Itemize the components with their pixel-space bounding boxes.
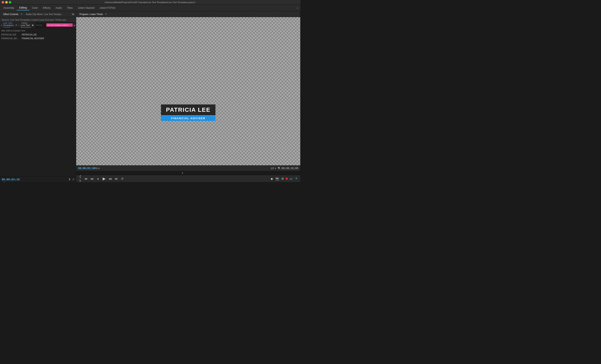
master-expand-icon[interactable] [1, 24, 2, 26]
settings-button[interactable]: ⚙ [280, 176, 285, 181]
main-area: Effect Controls ≡ Audio Clip Mixer: Live… [0, 11, 300, 182]
play-icon[interactable]: ▶ [32, 24, 34, 27]
lower-third-graphic: PATRICIA LEE FINANCIAL ADVISER [161, 105, 215, 121]
export-btn[interactable]: ⬆ [69, 178, 71, 181]
nav-item-jobert-fcpish[interactable]: Jobert FCPish [97, 6, 118, 10]
titlebar: /Volumes/Media/Projects/Pond5 Tutorials/… [0, 0, 300, 5]
program-monitor-menu[interactable]: ≡ [105, 13, 108, 16]
window-title: /Volumes/Media/Projects/Pond5 Tutorials/… [105, 1, 196, 4]
transport-left-controls: ⦃ ⦄ [76, 174, 82, 182]
nav-item-jobert-stacked[interactable]: Jobert Stacked [75, 6, 97, 10]
effect-controls-tabs: Effect Controls ≡ Audio Clip Mixer: Live… [0, 11, 76, 17]
source-bar: Source: Live Text Templates Linked Comp … [0, 17, 76, 22]
share-btn[interactable]: ↗ [72, 178, 74, 181]
add-marker-button[interactable]: ◆ [270, 176, 274, 181]
minimize-button[interactable] [5, 1, 8, 4]
title-box: FINANCIAL ADVISER [161, 116, 215, 121]
nav-item-effects[interactable]: Effects [40, 6, 53, 10]
title-text: FINANCIAL ADVISER [164, 117, 212, 120]
collapse-icon[interactable]: ▲ [73, 24, 75, 26]
scrubber-playhead[interactable]: ▼ [181, 172, 184, 174]
zoom-icon[interactable]: 🔍 [278, 167, 281, 170]
dropdown-icon[interactable]: ▾ [16, 24, 17, 27]
go-to-out-point-button[interactable]: ⏭ [114, 176, 119, 181]
transport-controls: ⦃ ⦄ ⏮ ◂◂ ◂ ▶ ▸▸ ⏭ ↺ ◆ 📷 ⚙ ▭ + [76, 175, 300, 182]
monitor-scrubber[interactable]: ▼ [76, 171, 300, 175]
output-button[interactable]: ▭ [289, 176, 293, 181]
nav-item-audio[interactable]: Audio [53, 6, 64, 10]
go-to-in-point-button[interactable]: ⏮ [84, 176, 88, 181]
traffic-lights [2, 1, 11, 4]
close-button[interactable] [2, 1, 4, 4]
monitor-fraction: 1/2 [271, 167, 274, 170]
tab-program-monitor[interactable]: Program: Lower Thirds [77, 12, 105, 16]
master-label: Master * Live Text Templates Linked Comp… [3, 22, 14, 28]
timecode-display: 00;00;03;10 [2, 178, 20, 181]
step-back-button[interactable]: ◂◂ [90, 176, 94, 181]
name-box: PATRICIA LEE [161, 105, 215, 115]
play-button[interactable]: ▶ [101, 176, 107, 182]
nav-item-editing[interactable]: Editing [17, 5, 30, 10]
panel-more-button[interactable]: ≫ [71, 12, 75, 16]
monitor-controls-bar: 00;00;03;10 Fit ▾ 1/2 ▾ 🔍 00;00;10;00 [76, 165, 300, 171]
nav-item-color[interactable]: Color [30, 6, 40, 10]
tab-effect-controls[interactable]: Effect Controls [1, 12, 20, 16]
add-button[interactable]: + [294, 176, 299, 181]
tab-audio-clip-mixer[interactable]: Audio Clip Mixer: Live Text Templa... [24, 12, 65, 16]
lower-thirds-label: Lower Thirds * Live Text Templates Linke… [21, 22, 31, 28]
zoom-dropdown[interactable]: ▾ [275, 167, 276, 170]
ec-ruler-start: 0:00;00 [36, 24, 42, 26]
effect-controls-content: After Effects Editable Text PATRICIA LEE… [0, 28, 76, 177]
program-monitor-panel: Program: Lower Thirds ≡ PATRICIA LEE FIN… [76, 11, 300, 182]
effect-controls-menu-icon[interactable]: ≡ [21, 13, 24, 16]
fit-chevron-icon: ▾ [98, 167, 100, 170]
tab-project[interactable]: Project: Live Text Templates [1, 181, 18, 182]
ec-clip-label: Live Text Templates Linked C... [47, 24, 70, 26]
top-navigation: Assembly Editing Color Effects Audio Tit… [0, 5, 300, 11]
field-value-financial[interactable]: FINANCIAL ADVISER [22, 37, 44, 40]
fit-label: Fit [95, 167, 97, 170]
name-text: PATRICIA LEE [166, 106, 210, 113]
nav-more-button[interactable]: » [295, 6, 300, 10]
mark-out-button[interactable]: ⦄ [78, 179, 82, 182]
left-panel: Effect Controls ≡ Audio Clip Mixer: Live… [0, 11, 76, 182]
export-frame-button[interactable]: 📷 [275, 176, 280, 181]
play-back-button[interactable]: ◂ [95, 176, 100, 181]
monitor-timecode-left[interactable]: 00;00;03;10 [78, 167, 95, 170]
monitor-timecode-right: 00;00;10;00 [282, 167, 298, 170]
maximize-button[interactable] [9, 1, 11, 4]
program-monitor: PATRICIA LEE FINANCIAL ADVISER 00;00;03;… [76, 17, 300, 182]
nav-item-titles[interactable]: Titles [64, 6, 75, 10]
field-value-patricia[interactable]: PATRICIA LEE [22, 33, 37, 36]
step-forward-button[interactable]: ▸▸ [108, 176, 113, 181]
monitor-viewport: PATRICIA LEE FINANCIAL ADVISER [76, 17, 300, 165]
fit-dropdown[interactable]: Fit ▾ [95, 167, 99, 170]
transparency-background [76, 17, 300, 165]
record-dot-icon [286, 178, 288, 180]
separator: → [18, 24, 20, 27]
ae-section-title: After Effects Editable Text [1, 30, 25, 32]
field-label-financial: FINANCIAL AD... [1, 37, 20, 40]
field-row-patricia: PATRICIA LEE PATRICIA LEE [1, 33, 75, 37]
source-label: Source: Live Text Templates Linked Comp … [2, 19, 66, 21]
transport-right-controls: ◆ 📷 ⚙ ▭ + [270, 176, 300, 181]
nav-item-assembly[interactable]: Assembly [1, 6, 17, 10]
field-label-patricia: PATRICIA LEE [1, 33, 20, 36]
record-button[interactable] [286, 176, 288, 181]
program-monitor-tabs: Program: Lower Thirds ≡ [76, 11, 300, 17]
loop-button[interactable]: ↺ [120, 176, 125, 181]
field-row-financial: FINANCIAL AD... FINANCIAL ADVISER [1, 37, 75, 40]
